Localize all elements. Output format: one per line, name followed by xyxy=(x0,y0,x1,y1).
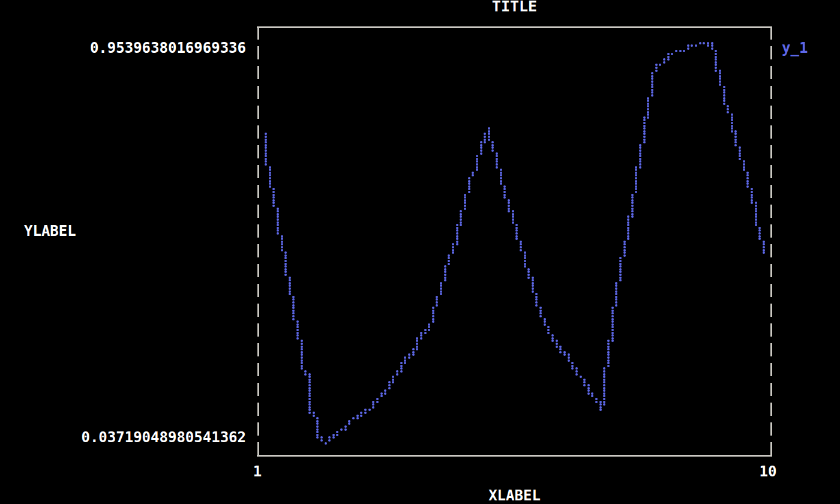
data-point xyxy=(272,196,275,199)
data-point xyxy=(308,373,311,376)
data-point xyxy=(313,412,315,414)
data-point xyxy=(611,329,614,331)
data-point xyxy=(308,398,311,400)
data-point xyxy=(607,348,610,350)
data-point xyxy=(615,304,617,307)
data-point xyxy=(520,246,522,248)
data-point xyxy=(308,403,311,406)
data-point xyxy=(500,182,502,185)
data-point xyxy=(611,310,614,312)
data-point xyxy=(281,238,283,240)
data-point xyxy=(503,191,506,193)
data-point xyxy=(639,152,641,155)
data-point xyxy=(580,376,582,378)
data-point xyxy=(763,241,765,243)
data-point xyxy=(376,398,379,400)
data-point xyxy=(746,177,749,179)
data-point xyxy=(468,191,470,193)
data-point xyxy=(265,141,267,143)
data-point xyxy=(412,351,415,353)
data-point xyxy=(751,194,753,196)
data-point xyxy=(575,373,578,376)
data-point xyxy=(623,251,626,254)
data-point xyxy=(488,139,490,141)
data-point xyxy=(515,238,518,240)
data-point xyxy=(655,70,658,72)
data-point xyxy=(289,284,291,287)
data-point xyxy=(376,401,379,403)
data-point xyxy=(289,282,291,284)
data-point xyxy=(265,155,267,157)
data-point xyxy=(444,265,446,268)
data-point xyxy=(432,312,434,314)
data-point xyxy=(663,58,665,61)
data-point xyxy=(643,130,646,133)
data-point xyxy=(480,149,482,152)
data-point xyxy=(751,196,753,199)
data-point xyxy=(607,353,610,356)
data-point xyxy=(575,367,578,370)
data-point xyxy=(272,199,275,202)
data-point xyxy=(476,158,478,160)
data-point xyxy=(631,194,634,196)
data-point xyxy=(284,265,287,268)
data-point xyxy=(727,105,729,107)
data-point xyxy=(559,351,562,353)
data-point xyxy=(635,169,637,171)
data-point xyxy=(364,412,367,414)
data-point xyxy=(603,389,605,392)
data-point xyxy=(456,241,458,243)
data-point xyxy=(277,208,279,210)
data-point xyxy=(615,301,617,304)
data-point xyxy=(723,97,725,100)
data-point xyxy=(563,353,566,356)
data-point xyxy=(420,337,422,340)
data-point xyxy=(568,356,570,359)
data-point xyxy=(758,235,761,238)
data-point xyxy=(277,215,279,218)
data-point xyxy=(715,53,717,55)
data-point xyxy=(272,194,275,196)
data-point xyxy=(647,113,649,116)
data-point xyxy=(687,44,689,47)
data-point xyxy=(284,274,287,276)
data-point xyxy=(619,263,622,265)
data-point xyxy=(488,133,490,135)
data-point xyxy=(755,208,757,210)
data-point xyxy=(269,177,271,179)
data-point xyxy=(651,77,653,80)
data-point xyxy=(527,274,530,276)
data-point xyxy=(281,243,283,245)
data-point xyxy=(723,94,725,97)
data-point xyxy=(743,160,745,163)
data-point xyxy=(607,365,610,367)
data-point xyxy=(301,343,303,345)
data-point xyxy=(755,213,757,215)
data-point xyxy=(432,307,434,309)
data-point xyxy=(476,163,478,166)
data-point xyxy=(603,376,605,378)
data-point xyxy=(456,232,458,235)
data-point xyxy=(460,218,462,221)
data-point xyxy=(571,365,574,367)
data-point xyxy=(436,296,438,298)
data-point xyxy=(568,353,570,356)
data-point xyxy=(524,265,526,268)
data-point xyxy=(420,334,422,337)
data-point xyxy=(472,174,474,176)
data-point xyxy=(488,136,490,138)
data-point xyxy=(436,304,438,307)
data-point xyxy=(763,243,765,245)
data-point xyxy=(631,215,634,218)
data-point xyxy=(500,177,502,179)
data-point xyxy=(468,185,470,188)
data-point xyxy=(571,362,574,364)
data-point xyxy=(643,127,646,130)
data-point xyxy=(643,141,646,143)
data-point xyxy=(524,254,526,257)
data-point xyxy=(436,301,438,304)
data-point xyxy=(520,241,522,243)
data-point xyxy=(277,218,279,221)
data-point xyxy=(277,213,279,215)
data-point xyxy=(336,431,338,433)
